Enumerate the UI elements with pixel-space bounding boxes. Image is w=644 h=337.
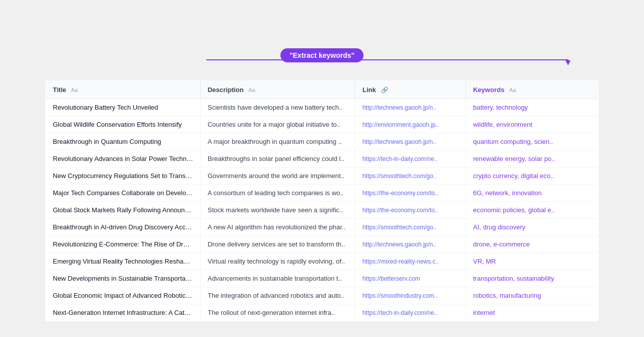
cell-link[interactable]: https://smoothtech.com/go.. (355, 167, 466, 185)
cell-title: Global Wildlife Conservation Efforts Int… (46, 116, 201, 133)
cell-link[interactable]: https://betterserv.com (355, 270, 466, 287)
table-row: Next-Generation Internet Infrastructure:… (46, 304, 599, 321)
cell-link[interactable]: https://smoothtech.com/go.. (355, 219, 466, 236)
cell-title: Revolutionary Battery Tech Unveiled (46, 99, 201, 116)
page-wrapper: "Extract keywords" Title Aa Description … (45, 10, 599, 321)
header-link: Link 🔗 (355, 81, 466, 99)
table-row: Global Stock Markets Rally Following Ann… (46, 202, 599, 219)
table-row: Breakthrough in AI-driven Drug Discovery… (46, 219, 599, 236)
annotation-line (206, 59, 569, 60)
cell-keywords: wildlife, environment (466, 116, 599, 133)
cell-description: Breakthroughs in solar panel efficiency … (200, 150, 355, 167)
cell-description: Scientists have developed a new battery … (200, 99, 355, 116)
cell-keywords: renewable energy, solar po.. (466, 150, 599, 167)
cell-description: A major breakthrough in quantum computin… (200, 133, 355, 150)
table-header-row: Title Aa Description Aa Link 🔗 Keywords … (46, 81, 599, 99)
cell-link[interactable]: https://smoothindustry.com.. (355, 287, 466, 304)
cell-keywords: crypto currency, digital eco.. (466, 167, 599, 185)
cell-description: Virtual reality technology is rapidly ev… (200, 253, 355, 270)
cell-description: A new AI algorithm has revolutionized th… (200, 219, 355, 236)
cell-description: A consortium of leading tech companies i… (200, 185, 355, 202)
cell-description: Advancements in sustainable transportati… (200, 270, 355, 287)
cell-title: Revolutionary Advances in Solar Power Te… (46, 150, 201, 167)
cell-link[interactable]: http://technews.gaooh.jp/n.. (355, 236, 466, 253)
header-description: Description Aa (200, 81, 355, 99)
cell-description: Countries unite for a major global initi… (200, 116, 355, 133)
cell-title: New Developments in Sustainable Transpor… (46, 270, 201, 287)
data-table: Title Aa Description Aa Link 🔗 Keywords … (45, 80, 599, 321)
annotation-area: "Extract keywords" (45, 40, 599, 80)
table-row: Revolutionizing E-Commerce: The Rise of … (46, 236, 599, 253)
table-row: Emerging Virtual Reality Technologies Re… (46, 253, 599, 270)
cell-link[interactable]: https://mixed-reality-news.c.. (355, 253, 466, 270)
cell-link[interactable]: http://technews.gaooh.jp/n.. (355, 133, 466, 150)
header-keywords: Keywords Aa (466, 81, 599, 99)
cell-link[interactable]: https://tech-in-daily.com/ne.. (355, 150, 466, 167)
cell-description: Governments around the world are impleme… (200, 167, 355, 185)
cell-keywords: VR, MR (466, 253, 599, 270)
cell-description: The rollout of next-generation internet … (200, 304, 355, 321)
table-row: Revolutionary Advances in Solar Power Te… (46, 150, 599, 167)
table-row: Global Wildlife Conservation Efforts Int… (46, 116, 599, 133)
cell-description: Drone delivery services are set to trans… (200, 236, 355, 253)
cell-title: Emerging Virtual Reality Technologies Re… (46, 253, 201, 270)
table-row: Revolutionary Battery Tech UnveiledScien… (46, 99, 599, 116)
cell-link[interactable]: http://technews.gaooh.jp/n.. (355, 99, 466, 116)
cell-keywords: internet (466, 304, 599, 321)
cell-title: New Cryptocurrency Regulations Set to Tr… (46, 167, 201, 185)
cell-link[interactable]: https://the-economy.com/to.. (355, 185, 466, 202)
cell-title: Global Stock Markets Rally Following Ann… (46, 202, 201, 219)
cell-keywords: robotics, manufacturing (466, 287, 599, 304)
table-row: Breakthrough in Quantum ComputingA major… (46, 133, 599, 150)
table-row: Global Economic Impact of Advanced Robot… (46, 287, 599, 304)
table-row: New Developments in Sustainable Transpor… (46, 270, 599, 287)
cell-link[interactable]: https://the-economy.com/to.. (355, 202, 466, 219)
cell-keywords: economic policies, global e.. (466, 202, 599, 219)
cell-description: The integration of advanced robotics and… (200, 287, 355, 304)
cell-title: Global Economic Impact of Advanced Robot… (46, 287, 201, 304)
cell-title: Breakthrough in Quantum Computing (46, 133, 201, 150)
cell-keywords: AI, drug discovery (466, 219, 599, 236)
cell-title: Next-Generation Internet Infrastructure:… (46, 304, 201, 321)
cell-keywords: quantum computing, scien.. (466, 133, 599, 150)
cell-title: Major Tech Companies Collaborate on Deve… (46, 185, 201, 202)
cell-title: Breakthrough in AI-driven Drug Discovery… (46, 219, 201, 236)
link-icon: 🔗 (381, 87, 388, 94)
cell-link[interactable]: https://tech-in-daily.com/ne.. (355, 304, 466, 321)
cell-keywords: drone, e-commerce (466, 236, 599, 253)
cell-title: Revolutionizing E-Commerce: The Rise of … (46, 236, 201, 253)
table-row: Major Tech Companies Collaborate on Deve… (46, 185, 599, 202)
table-row: New Cryptocurrency Regulations Set to Tr… (46, 167, 599, 185)
cell-link[interactable]: http://enviornment.gaooh.jp.. (355, 116, 466, 133)
cell-keywords: 6G, network, innovation (466, 185, 599, 202)
extract-keywords-badge: "Extract keywords" (280, 48, 363, 62)
header-title: Title Aa (46, 81, 201, 99)
cell-keywords: transportation, sustainability (466, 270, 599, 287)
cell-keywords: battery, technology (466, 99, 599, 116)
cell-description: Stock markets worldwide have seen a sign… (200, 202, 355, 219)
